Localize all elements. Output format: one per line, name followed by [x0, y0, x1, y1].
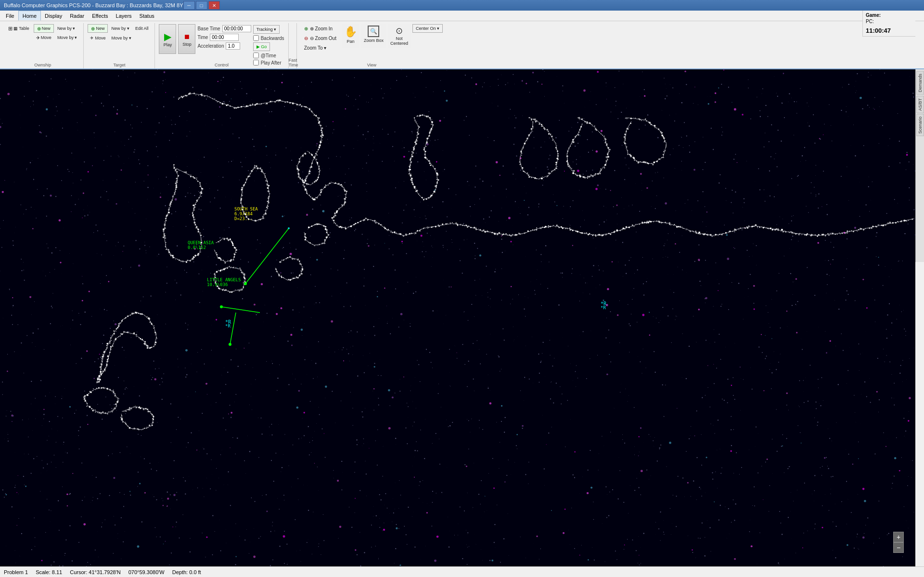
map-area[interactable]: SOUTH SEA6.9/184D=23... QUEEN ASIA0.0\15…: [0, 69, 915, 566]
tracking-row: Tracking ▾: [253, 25, 284, 34]
ownship-move-row: ✈ Move Move by ▾: [34, 33, 80, 42]
right-sidebar: Demands AS/BT Scenario: [915, 69, 924, 262]
ownship-move-button[interactable]: ✈ Move: [34, 33, 54, 42]
at-time-checkbox[interactable]: [253, 52, 259, 58]
base-time-input[interactable]: [222, 25, 251, 32]
at-time-row: @Time: [253, 52, 284, 58]
status-lon: 070°59.3080'W: [128, 569, 165, 575]
fast-time-label: Fast Time: [289, 58, 296, 67]
ownship-new-row: ⊕ New New by ▾: [34, 24, 80, 33]
target-move-by-button[interactable]: Move by ▾: [109, 34, 134, 42]
map-marker-1: *R: [601, 305, 606, 310]
at-time-label: @Time: [261, 53, 276, 58]
ship-south-sea: SOUTH SEA6.9/184D=23...: [234, 207, 258, 221]
move-icon: ✈: [36, 35, 40, 40]
ownship-new-by-button[interactable]: New by ▾: [55, 24, 78, 33]
title-bar: Buffalo Computer Graphics PCS-200 - Buzz…: [0, 0, 924, 11]
target-group: ⊕ New New by ▾ Edit All ✈ Move: [84, 23, 155, 68]
close-button[interactable]: ✕: [208, 1, 220, 10]
zoom-plus-button[interactable]: +: [893, 532, 904, 542]
sidebar-tab-scenario[interactable]: Scenario: [916, 114, 924, 136]
backwards-checkbox[interactable]: [253, 35, 259, 41]
accel-input[interactable]: [226, 42, 240, 50]
title-text: Buffalo Computer Graphics PCS-200 - Buzz…: [4, 2, 183, 8]
ship-queen-asia: QUEEN ASIA0.0\152: [188, 240, 214, 250]
accel-label: Acceleration: [197, 43, 224, 49]
pan-button[interactable]: ✋ Pan: [342, 24, 359, 48]
ribbon: ⊞ ▦ Table ⊕ New New by ▾: [0, 21, 924, 69]
zoom-out-button[interactable]: ⊖ ⊖ Zoom Out: [301, 34, 340, 42]
ownship-new-button[interactable]: ⊕ New: [34, 24, 54, 33]
not-centered-icon: ⊙: [396, 26, 403, 36]
status-depth: Depth: 0.0 ft: [172, 569, 201, 575]
map-marker-2: *R: [225, 324, 231, 328]
go-row: ▶ Go: [253, 42, 284, 51]
target-new-by-button[interactable]: New by ▾: [109, 24, 132, 33]
stop-icon: ■: [184, 32, 190, 42]
zoom-to-button[interactable]: Zoom To ▾: [301, 43, 340, 52]
target-move-row: ✈ Move Move by ▾: [88, 34, 134, 42]
game-time: 11:00:47: [866, 27, 912, 34]
base-time-label: Base Time: [197, 26, 220, 31]
center-on-button[interactable]: Center On ▾: [412, 24, 443, 33]
stop-button[interactable]: ■ Stop: [178, 24, 195, 54]
ownship-group-inner: ⊞ ▦ Table ⊕ New New by ▾: [6, 24, 79, 49]
target-label: Target: [84, 63, 154, 67]
sidebar-tab-asbt[interactable]: AS/BT: [916, 96, 924, 113]
minimize-button[interactable]: ─: [183, 1, 195, 10]
tracking-button[interactable]: Tracking ▾: [253, 25, 280, 34]
ownship-move-by-button[interactable]: Move by ▾: [55, 33, 80, 42]
title-controls: ─ □ ✕: [183, 1, 220, 10]
game-panel: Game: PC: 11:00:47: [862, 11, 915, 37]
target-new-row: ⊕ New New by ▾ Edit All: [88, 24, 151, 33]
view-label: View: [297, 63, 447, 67]
go-button[interactable]: ▶ Go: [253, 42, 270, 51]
ship-little-angels: LITTLE ANGELS10.9\036: [207, 277, 241, 287]
control-label: Control: [155, 63, 288, 67]
target-new-button[interactable]: ⊕ New: [88, 24, 108, 33]
status-cursor: Cursor: 41°31.7928'N: [70, 569, 121, 575]
menu-effects[interactable]: Effects: [88, 11, 112, 21]
target-move-icon: ✈: [90, 36, 94, 40]
play-icon: ▶: [164, 31, 171, 42]
table-icon: ⊞: [8, 26, 13, 32]
ribbon-content: ⊞ ▦ Table ⊕ New New by ▾: [0, 21, 924, 68]
fast-time-group: Fast Time: [289, 23, 297, 68]
view-group: ⊕ ⊕ Zoom In ⊖ ⊖ Zoom Out Zoom To ▾ ✋: [297, 23, 447, 68]
time-input[interactable]: [210, 34, 239, 41]
ownship-group: ⊞ ▦ Table ⊕ New New by ▾: [2, 23, 84, 68]
maximize-button[interactable]: □: [196, 1, 207, 10]
status-bar: Problem 1 Scale: 8.11 Cursor: 41°31.7928…: [0, 566, 924, 577]
map-canvas: [0, 69, 915, 566]
pc-label: PC:: [866, 19, 912, 24]
zoom-minus-button[interactable]: −: [893, 542, 904, 553]
target-group-inner: ⊕ New New by ▾ Edit All ✈ Move: [88, 24, 151, 49]
backwards-row: Backwards: [253, 35, 284, 41]
base-time-row: Base Time: [197, 25, 251, 32]
play-button[interactable]: ▶ Play: [159, 24, 176, 54]
pan-icon: ✋: [344, 26, 357, 38]
target-move-button[interactable]: ✈ Move: [88, 34, 108, 42]
status-scale: Scale: 8.11: [36, 569, 62, 575]
zoom-box-button[interactable]: 🔍 Zoom Box: [361, 24, 386, 48]
target-new-icon: ⊕: [91, 26, 95, 31]
time-label: Time: [197, 35, 208, 40]
menu-bar: File Home Display Radar Effects Layers S…: [0, 11, 924, 21]
not-centered-button[interactable]: ⊙ NotCentered: [388, 24, 411, 48]
menu-layers[interactable]: Layers: [112, 11, 136, 21]
menu-file[interactable]: File: [2, 11, 18, 21]
menu-display[interactable]: Display: [41, 11, 66, 21]
zoom-out-icon: ⊖: [304, 36, 308, 41]
game-label: Game:: [866, 13, 912, 18]
table-button[interactable]: ⊞ ▦ Table: [6, 24, 32, 33]
target-edit-all-button[interactable]: Edit All: [133, 24, 151, 33]
zoom-controls: + −: [893, 532, 904, 553]
menu-status[interactable]: Status: [136, 11, 158, 21]
status-problem: Problem 1: [4, 569, 28, 575]
menu-home[interactable]: Home: [18, 11, 41, 21]
menu-radar[interactable]: Radar: [66, 11, 88, 21]
zoom-in-button[interactable]: ⊕ ⊕ Zoom In: [301, 24, 340, 33]
zoom-in-icon: ⊕: [304, 26, 308, 31]
sidebar-tab-demands[interactable]: Demands: [916, 71, 924, 95]
zoom-box-icon: 🔍: [368, 26, 379, 37]
